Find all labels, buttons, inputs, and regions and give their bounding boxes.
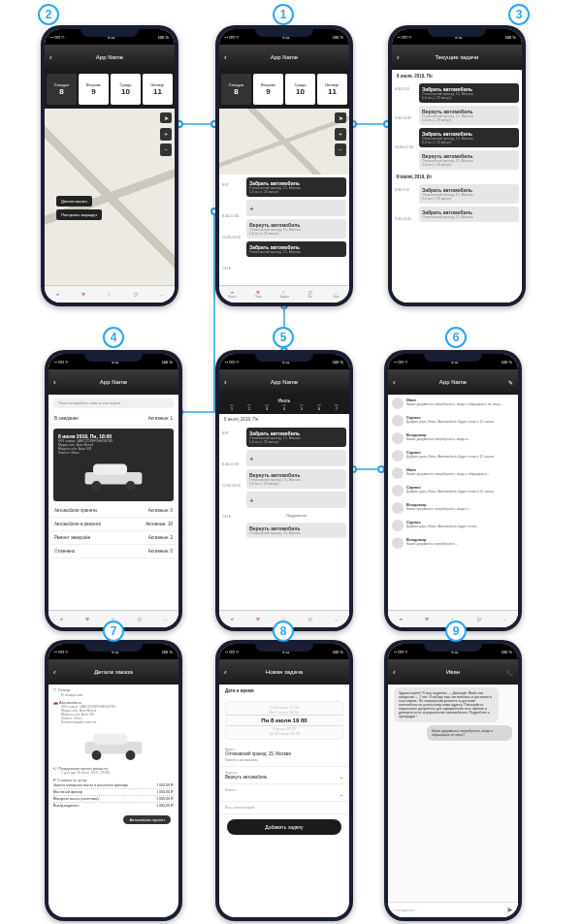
status-row[interactable]: Ремонт завершёнАктивные: 2 [48, 531, 178, 545]
client-field[interactable]: Клиент:⌄ [219, 784, 349, 802]
zoom-in-icon[interactable]: ＋ [335, 128, 346, 141]
back-icon[interactable]: ‹ [393, 668, 396, 677]
badge-6: 6 [445, 327, 467, 348]
chevron-down-icon: ⌄ [340, 792, 343, 797]
back-icon[interactable]: ‹ [393, 378, 396, 387]
tab-tasks[interactable]: ☰Задачи [272, 286, 298, 303]
order-card[interactable]: 8 июля 2019, Пн, 18:00 VIN номер: 1ABCD2… [53, 429, 174, 501]
svg-point-7 [126, 750, 136, 760]
app-title: App Name [96, 54, 123, 60]
day-tab[interactable]: Четверг11 [317, 74, 347, 105]
chat-item[interactable]: СервисДоброе утро, Иван. Автомобиль буде… [388, 447, 518, 464]
chat-item[interactable]: СервисДоброе утро, Иван. Автомобиль буде… [388, 517, 518, 534]
chevron-down-icon: ⌄ [340, 775, 343, 780]
accept-button[interactable]: Автомобиль принят [123, 815, 171, 824]
map-full[interactable]: ➤ ＋ － Детали заказа Построить маршрут [45, 109, 175, 285]
back-icon[interactable]: ‹ [397, 53, 400, 62]
date-picker[interactable]: Сегодня8 Вторник9 Среда10 Четверг11 [45, 70, 175, 109]
datetime-picker[interactable]: Сб 6 июля 17 59 Вс 7 июля 18 55 Пн 8 июл… [225, 701, 343, 740]
locate-icon[interactable]: ➤ [160, 112, 172, 123]
day-tab[interactable]: Среда10 [285, 74, 315, 105]
map-strip[interactable]: ➤ ＋ － [219, 109, 349, 175]
phone-5-calendar: •• ОО ☉9:41100 % ‹App Name Июль пнвтсрчт… [215, 350, 353, 631]
task-card[interactable]: Забрать автомобильОптиковский проезд, 15… [419, 83, 519, 103]
tab-bar: 🗺Карта 📅План ☰Задачи 💬Чат ⋯Ещё [219, 285, 349, 303]
tab-more[interactable]: ⋯ [148, 286, 175, 303]
send-icon[interactable]: ➤ [506, 906, 513, 914]
tab-map[interactable]: 🗺Карта [219, 286, 245, 303]
day-tab[interactable]: Вторник9 [253, 74, 283, 105]
svg-point-6 [92, 750, 102, 760]
task-card[interactable]: Забрать автомобильОптиковский проезд, 15… [246, 241, 346, 257]
back-icon[interactable]: ‹ [224, 53, 227, 62]
tab-plan[interactable]: 📅План [245, 286, 272, 303]
task-card[interactable]: Вернуть автомобильОптиковский проезд, 15… [419, 106, 519, 125]
zoom-in-icon[interactable]: ＋ [160, 128, 172, 141]
add-task-button[interactable]: Добавить задачу [227, 819, 341, 835]
tab-tasks[interactable]: ☰ [97, 286, 123, 303]
task-card[interactable]: Вернуть автомобильОптиковский проезд, 15… [246, 219, 346, 239]
tab-more[interactable]: ⋯Ещё [323, 286, 349, 303]
task-field[interactable]: Задача:Вернуть автомобиль⌄ [219, 767, 349, 784]
chat-item[interactable]: ВладимирКакие документы потребуются, ког… [388, 430, 518, 447]
back-icon[interactable]: ‹ [224, 668, 227, 677]
status-row[interactable]: ОтмененоАктивные: 0 [48, 545, 178, 558]
task-card[interactable]: Вернуть автомобильОптиковский проезд, 15… [419, 150, 519, 170]
search-input[interactable]: Поиск автомобиля, клиента или задачи [52, 398, 175, 408]
day-tab[interactable]: Сегодня8 [221, 74, 251, 105]
task-card[interactable]: Забрать автомобильОптиковский проезд, 15… [419, 128, 519, 147]
task-card[interactable]: Забрать автомобильОптиковский проезд, 15… [419, 184, 519, 204]
badge-5: 5 [273, 327, 294, 348]
chat-item[interactable]: ВладимирКакие документы потребуются, ког… [388, 499, 518, 517]
task-card[interactable]: Забрать автомобильОптиковский проезд, 15… [246, 428, 346, 447]
phone-9-chat: •• ОО ☉9:41100 % ‹Иван📞 Здравствуйте! Я … [384, 640, 522, 921]
task-card[interactable]: Забрать автомобильОптиковский проезд, 15… [419, 207, 519, 222]
tooltip-details[interactable]: Детали заказа [56, 196, 92, 207]
chat-item[interactable]: ИванКакие документы потребуются, когда я… [388, 464, 518, 482]
avatar [392, 398, 404, 409]
tab-chat[interactable]: 💬Чат [297, 286, 323, 303]
month-picker[interactable]: Июль пнвтсрчтптсбвс 1234567 [219, 395, 349, 414]
task-add-slot[interactable]: + [246, 200, 346, 216]
badge-7: 7 [103, 621, 124, 642]
zoom-out-icon[interactable]: － [335, 143, 346, 156]
date-picker[interactable]: Сегодня8 Вторник9 Среда10 Четверг11 [219, 70, 349, 109]
status-row[interactable]: В ожиданииАктивные: 1 [48, 412, 178, 426]
zoom-out-icon[interactable]: － [160, 143, 172, 156]
back-icon[interactable]: ‹ [224, 378, 227, 387]
chat-item[interactable]: СервисДоброе утро, Иван. Автомобиль буде… [388, 482, 518, 499]
chat-bubble-incoming: Здравствуйте! Я ваш водитель — Дмитрий. … [394, 687, 499, 722]
back-icon[interactable]: ‹ [53, 378, 56, 387]
more-link[interactable]: Подробнее [243, 511, 349, 520]
task-add-slot[interactable]: + [246, 450, 346, 466]
tab-plan[interactable]: 📅 [71, 286, 97, 303]
status-row[interactable]: Автомобили принятыАктивные: 0 [48, 504, 178, 518]
task-card[interactable]: Вернуть автомобильОптиковский проезд, 15… [246, 469, 346, 489]
comment-field[interactable]: Ваш комментарий: [219, 802, 349, 814]
task-card[interactable]: Вернуть автомобильОптиковский проезд, 15… [246, 523, 346, 538]
app-title: App Name [271, 54, 298, 60]
chat-item[interactable]: ИванКакие документы потребуются, когда я… [388, 395, 518, 412]
tab-chat[interactable]: 💬 [122, 286, 148, 303]
back-icon[interactable]: ‹ [53, 668, 56, 677]
time-label: 8:46-12:00 [222, 214, 242, 218]
message-input[interactable]: Сообщение… [393, 908, 506, 912]
tooltip-route[interactable]: Построить маршрут [56, 209, 102, 220]
phone-6-chatlist: •• ОО ☉9:41100 % ‹App Name✎ ИванКакие до… [384, 350, 522, 631]
compose-icon[interactable]: ✎ [508, 379, 513, 386]
badge-4: 4 [103, 327, 124, 348]
task-add-slot[interactable]: + [246, 492, 346, 508]
svg-point-3 [126, 481, 136, 491]
task-card[interactable]: Забрать автомобильОптиковский проезд, 15… [246, 177, 346, 197]
back-icon[interactable]: ‹ [49, 53, 52, 62]
tab-map[interactable]: 🗺 [45, 286, 71, 303]
address-field[interactable]: Адрес:Оптиковский проезд, 15, МоскваПрин… [219, 744, 349, 767]
chat-item[interactable]: ВладимирКакие документы потребуются... [388, 534, 518, 552]
status-row[interactable]: Автомобили в ремонтеАктивные: 10 [48, 518, 178, 531]
svg-rect-5 [93, 734, 127, 745]
phone-4-statuses: •• ОО ☉9:41100 % ‹App Name Поиск автомоб… [45, 350, 182, 631]
app-header: ‹App Name [219, 45, 349, 70]
locate-icon[interactable]: ➤ [335, 112, 346, 123]
chat-item[interactable]: СервисДоброе утро, Иван. Автомобиль буде… [388, 412, 518, 430]
call-icon[interactable]: 📞 [506, 669, 513, 676]
